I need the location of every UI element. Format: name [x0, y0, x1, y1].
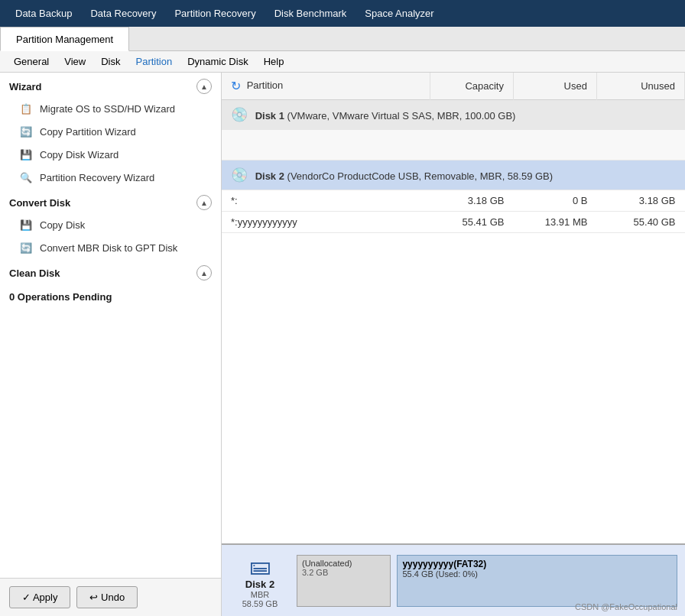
menu-disk[interactable]: Disk	[93, 53, 128, 70]
disk2-description: (VendorCo ProductCode USB, Removable, MB…	[287, 170, 554, 182]
table-row[interactable]: *:yyyyyyyyyyyy 55.41 GB 13.91 MB 55.40 G…	[222, 212, 685, 233]
sidebar-item-partition-recovery-wizard[interactable]: 🔍 Partition Recovery Wizard	[0, 166, 221, 189]
disk1-label: Disk 1	[255, 110, 284, 122]
sidebar-item-copy-disk2[interactable]: 💾 Copy Disk	[0, 213, 221, 236]
col-unused: Unused	[596, 73, 684, 100]
col-partition: ↻ Partition	[222, 73, 430, 100]
sidebar-item-copy-disk[interactable]: 💾 Copy Disk Wizard	[0, 143, 221, 166]
nav-partition-recovery[interactable]: Partition Recovery	[165, 3, 265, 24]
partition-unused-2: 55.40 GB	[596, 212, 684, 233]
apply-button[interactable]: ✓ Apply	[9, 586, 70, 608]
copy-partition-icon: 🔄	[18, 124, 34, 139]
partition-name-1: *:	[222, 190, 430, 212]
convert-mbr-icon: 🔄	[18, 240, 34, 255]
sidebar: Wizard ▲ 📋 Migrate OS to SSD/HD Wizard 🔄…	[0, 73, 222, 616]
menu-help[interactable]: Help	[256, 53, 292, 70]
disk-viz-partition-unalloc[interactable]: (Unallocated) 3.2 GB	[297, 555, 391, 607]
sidebar-scroll: Wizard ▲ 📋 Migrate OS to SSD/HD Wizard 🔄…	[0, 73, 221, 578]
top-navigation: Data Backup Data Recovery Partition Reco…	[0, 0, 685, 27]
partition-used-2: 13.91 MB	[513, 212, 596, 233]
section-clean-header: Clean Disk ▲	[0, 259, 221, 284]
col-capacity: Capacity	[430, 73, 513, 100]
fat32-label: 55.4 GB (Used: 0%)	[402, 569, 672, 579]
disk1-empty-row	[222, 130, 685, 160]
tab-partition-management[interactable]: Partition Management	[0, 27, 129, 51]
disk2-icon: 💿	[231, 167, 248, 183]
unalloc-size: 3.2 GB	[302, 568, 385, 577]
section-wizard-header: Wizard ▲	[0, 73, 221, 97]
sidebar-item-migrate-os[interactable]: 📋 Migrate OS to SSD/HD Wizard	[0, 97, 221, 120]
nav-data-recovery[interactable]: Data Recovery	[81, 3, 165, 24]
disk1-empty-cell	[222, 130, 685, 160]
menu-dynamic-disk[interactable]: Dynamic Disk	[180, 53, 255, 70]
disk2-header-row: 💿 Disk 2 (VendorCo ProductCode USB, Remo…	[222, 160, 685, 190]
table-row[interactable]: *: 3.18 GB 0 B 3.18 GB	[222, 190, 685, 212]
tab-bar: Partition Management	[0, 27, 685, 51]
disk1-header-cell: 💿 Disk 1 (VMware, VMware Virtual S SAS, …	[222, 100, 685, 130]
copy-disk-icon: 💾	[18, 147, 34, 162]
refresh-icon[interactable]: ↻	[231, 79, 241, 93]
fat32-name: yyyyyyyyyy(FAT32)	[402, 559, 672, 569]
nav-disk-benchmark[interactable]: Disk Benchmark	[265, 3, 356, 24]
section-convert-header: Convert Disk ▲	[0, 189, 221, 213]
section-wizard-title: Wizard	[9, 81, 42, 92]
menu-bar: General View Disk Partition Dynamic Disk…	[0, 51, 685, 73]
sidebar-item-copy-partition[interactable]: 🔄 Copy Partition Wizard	[0, 120, 221, 143]
partition-unused-1: 3.18 GB	[596, 190, 684, 212]
section-convert-toggle[interactable]: ▲	[196, 195, 212, 210]
disk2-header-cell: 💿 Disk 2 (VendorCo ProductCode USB, Remo…	[222, 160, 685, 190]
menu-view[interactable]: View	[57, 53, 93, 70]
sidebar-footer: ✓ Apply ↩ Undo	[0, 578, 221, 616]
watermark: CSDN @FakeOccupational	[575, 602, 677, 611]
menu-general[interactable]: General	[6, 53, 57, 70]
partition-capacity-2: 55.41 GB	[430, 212, 513, 233]
disk-viz-partition-fat32[interactable]: yyyyyyyyyy(FAT32) 55.4 GB (Used: 0%)	[397, 555, 677, 607]
partition-used-1: 0 B	[513, 190, 596, 212]
disk1-header-row: 💿 Disk 1 (VMware, VMware Virtual S SAS, …	[222, 100, 685, 130]
disk1-icon: 💿	[231, 107, 248, 122]
nav-data-backup[interactable]: Data Backup	[6, 3, 81, 24]
menu-partition[interactable]: Partition	[128, 53, 180, 70]
disk1-description: (VMware, VMware Virtual S SAS, MBR, 100.…	[287, 110, 516, 122]
partition-recovery-icon: 🔍	[18, 170, 34, 185]
main-content: Wizard ▲ 📋 Migrate OS to SSD/HD Wizard 🔄…	[0, 73, 685, 616]
disk-viz-size: 58.59 GB	[242, 599, 278, 608]
partition-name-2: *:yyyyyyyyyyyy	[222, 212, 430, 233]
disk-viz-icon: 🖴	[249, 553, 271, 579]
section-wizard-toggle[interactable]: ▲	[196, 79, 212, 94]
undo-button[interactable]: ↩ Undo	[76, 586, 138, 608]
section-clean-title: Clean Disk	[9, 267, 60, 279]
disk-viz-label: 🖴 Disk 2 MBR 58.59 GB	[229, 550, 291, 611]
disk2-label: Disk 2	[255, 170, 284, 182]
disk-viz-name: Disk 2	[245, 579, 274, 590]
section-clean-toggle[interactable]: ▲	[196, 265, 212, 280]
unalloc-label: (Unallocated)	[302, 559, 385, 568]
operations-pending: 0 Operations Pending	[0, 284, 221, 310]
partition-capacity-1: 3.18 GB	[430, 190, 513, 212]
migrate-os-icon: 📋	[18, 101, 34, 116]
copy-disk2-icon: 💾	[18, 217, 34, 232]
col-used: Used	[513, 73, 596, 100]
section-convert-title: Convert Disk	[9, 197, 70, 209]
disk-viz-type: MBR	[251, 590, 269, 599]
nav-space-analyzer[interactable]: Space Analyzer	[355, 3, 443, 24]
right-panel: ↻ Partition Capacity Used Unused 💿 Disk …	[222, 73, 685, 616]
partition-table: ↻ Partition Capacity Used Unused 💿 Disk …	[222, 73, 685, 543]
sidebar-item-convert-mbr[interactable]: 🔄 Convert MBR Disk to GPT Disk	[0, 236, 221, 259]
